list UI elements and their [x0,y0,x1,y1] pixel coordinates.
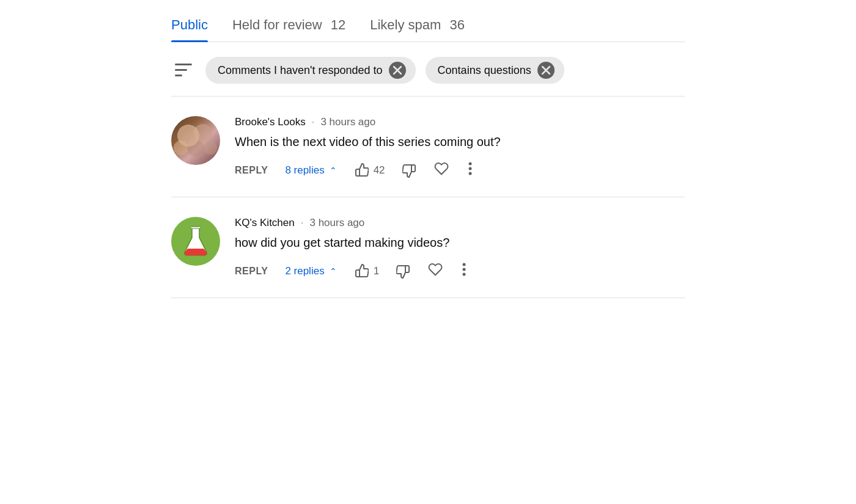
svg-point-7 [463,263,466,266]
more-options-button[interactable] [462,262,466,280]
reply-button[interactable]: REPLY [235,262,268,280]
chip-not-responded-label: Comments I haven't responded to [218,64,383,77]
svg-point-8 [463,268,466,271]
heart-icon [434,161,449,176]
flask-icon [182,225,209,257]
chip-contains-questions-label: Contains questions [438,64,531,77]
table-row: KQ's Kitchen · 3 hours ago how did you g… [171,197,685,298]
svg-rect-0 [175,64,192,65]
svg-point-5 [468,172,471,175]
vertical-dots-icon [468,161,472,176]
comment-author: KQ's Kitchen [235,217,295,229]
comment-separator: · [312,116,315,128]
table-row: Brooke's Looks · 3 hours ago When is the… [171,97,685,197]
svg-point-4 [468,167,471,170]
thumbs-down-icon [402,163,417,178]
like-button[interactable]: 42 [354,163,385,178]
tab-held-for-review[interactable]: Held for review 12 [232,17,345,42]
comment-content: KQ's Kitchen · 3 hours ago how did you g… [235,217,685,280]
replies-count: 8 replies [285,164,324,177]
replies-count: 2 replies [285,265,324,277]
comment-separator: · [301,217,304,229]
comment-meta: Brooke's Looks · 3 hours ago [235,116,685,128]
like-button[interactable]: 1 [354,264,379,279]
avatar [171,217,220,266]
close-icon [542,66,550,75]
chip-not-responded-close[interactable] [389,62,406,79]
chip-contains-questions-close[interactable] [537,62,555,79]
close-icon [393,66,402,75]
comments-list: Brooke's Looks · 3 hours ago When is the… [171,96,685,298]
reply-button[interactable]: REPLY [235,161,268,180]
heart-button[interactable] [434,161,449,180]
heart-button[interactable] [428,262,443,280]
tab-likely-spam[interactable]: Likely spam 36 [370,17,465,42]
vertical-dots-icon [462,262,466,277]
svg-rect-2 [175,75,182,76]
tab-public[interactable]: Public [171,17,208,42]
svg-point-9 [463,273,466,276]
comment-author: Brooke's Looks [235,116,306,128]
replies-toggle[interactable]: 2 replies ⌃ [285,265,336,277]
comment-actions: REPLY 8 replies ⌃ 42 [235,161,685,180]
like-count: 1 [374,265,379,277]
likely-spam-badge: 36 [450,17,465,32]
comment-content: Brooke's Looks · 3 hours ago When is the… [235,116,685,180]
held-for-review-badge: 12 [331,17,345,32]
avatar [171,116,220,165]
chevron-up-icon: ⌃ [330,266,337,276]
comment-tabs: Public Held for review 12 Likely spam 36 [171,0,685,42]
comment-meta: KQ's Kitchen · 3 hours ago [235,217,685,229]
filter-icon-button[interactable] [171,58,196,82]
dislike-button[interactable] [402,163,417,178]
thumbs-up-icon [354,163,369,178]
dislike-button[interactable] [396,264,411,279]
filter-lines-icon [175,64,192,77]
comment-actions: REPLY 2 replies ⌃ 1 [235,262,685,280]
svg-rect-1 [175,69,187,71]
svg-point-3 [468,163,471,166]
replies-toggle[interactable]: 8 replies ⌃ [285,164,336,177]
comment-text: how did you get started making videos? [235,234,685,251]
like-count: 42 [374,164,385,177]
comment-timestamp: 3 hours ago [320,116,375,128]
thumbs-down-icon [396,264,411,279]
svg-rect-6 [191,227,201,228]
filter-bar: Comments I haven't responded to Contains… [171,42,685,96]
chip-contains-questions: Contains questions [426,57,564,84]
comment-timestamp: 3 hours ago [309,217,364,229]
thumbs-up-icon [354,264,369,279]
chip-not-responded: Comments I haven't responded to [205,57,416,84]
more-options-button[interactable] [468,161,472,180]
comment-text: When is the next video of this series co… [235,133,685,150]
chevron-up-icon: ⌃ [330,166,337,175]
heart-icon [428,262,443,277]
